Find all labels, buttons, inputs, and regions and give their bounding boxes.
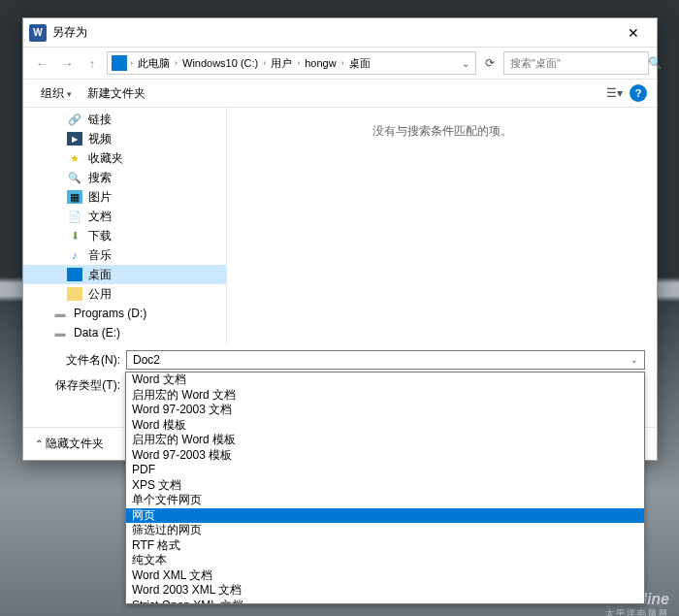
- up-button[interactable]: ↑: [81, 52, 103, 74]
- search-box[interactable]: 🔍: [503, 51, 649, 75]
- filetype-option[interactable]: 筛选过的网页: [126, 523, 644, 538]
- tree-item-doc[interactable]: 📄文档: [23, 207, 226, 226]
- tree-item-search[interactable]: 🔍搜索: [23, 168, 226, 187]
- filetype-option[interactable]: 启用宏的 Word 模板: [126, 433, 644, 448]
- pc-icon: [112, 55, 127, 71]
- filetype-option[interactable]: Word XML 文档: [126, 568, 644, 584]
- forward-button[interactable]: →: [56, 52, 78, 74]
- tree-item-label: 视频: [88, 131, 112, 147]
- chevron-right-icon: ›: [340, 58, 345, 68]
- chevron-right-icon: ›: [174, 58, 178, 68]
- view-options-icon[interactable]: ☰▾: [606, 86, 620, 100]
- tree-item-drive[interactable]: ▬Programs (D:): [23, 304, 226, 323]
- filetype-option[interactable]: Word 2003 XML 文档: [126, 583, 644, 599]
- filetype-label: 保存类型(T):: [35, 377, 126, 394]
- folder-tree[interactable]: 🔗链接▶视频★收藏夹🔍搜索▦图片📄文档⬇下载♪音乐桌面公用▬Programs (…: [23, 108, 227, 344]
- filetype-option[interactable]: Word 模板: [126, 418, 644, 434]
- desktop-icon: [67, 268, 82, 281]
- breadcrumb-segment[interactable]: 此电脑: [136, 56, 172, 71]
- tree-item-label: 收藏夹: [88, 150, 123, 167]
- fav-icon: ★: [67, 151, 82, 165]
- filetype-option[interactable]: Word 97-2003 文档: [126, 403, 644, 418]
- tree-item-label: 公用: [88, 286, 112, 303]
- filetype-option[interactable]: PDF: [126, 463, 644, 478]
- dl-icon: ⬇: [67, 229, 82, 243]
- tree-item-label: 桌面: [88, 267, 112, 283]
- filetype-option[interactable]: 纯文本: [126, 553, 644, 568]
- empty-message: 没有与搜索条件匹配的项。: [372, 123, 512, 140]
- titlebar: W 另存为 ✕: [23, 18, 657, 48]
- doc-icon: 📄: [67, 210, 82, 223]
- tree-item-video[interactable]: ▶视频: [23, 129, 226, 148]
- folder-icon: [67, 287, 82, 301]
- tree-item-folder[interactable]: 公用: [23, 284, 226, 304]
- toolbar: 组织 新建文件夹 ☰▾ ?: [23, 79, 657, 108]
- filetype-option[interactable]: Word 文档: [126, 373, 644, 388]
- search-icon[interactable]: 🔍: [648, 56, 663, 70]
- chevron-down-icon[interactable]: ⌄: [630, 355, 638, 365]
- help-icon[interactable]: ?: [630, 84, 647, 102]
- filetype-option[interactable]: RTF 格式: [126, 538, 644, 554]
- tree-item-label: 文档: [88, 209, 112, 225]
- tree-item-label: 搜索: [88, 170, 112, 186]
- watermark-sub: 太平洋电脑网: [605, 607, 669, 616]
- navigation-bar: ← → ↑ › 此电脑 › Windows10 (C:) › 用户 › hong…: [23, 48, 657, 79]
- chevron-right-icon: ›: [129, 58, 134, 68]
- filetype-option[interactable]: XPS 文档: [126, 478, 644, 494]
- breadcrumb-segment[interactable]: 用户: [269, 56, 294, 71]
- tree-item-label: 下载: [88, 228, 112, 244]
- tree-item-label: 音乐: [88, 247, 112, 264]
- tree-item-desktop[interactable]: 桌面: [23, 265, 226, 284]
- filename-value: Doc2: [133, 353, 160, 367]
- drive-icon: ▬: [52, 307, 68, 320]
- dialog-title: 另存为: [52, 24, 616, 41]
- file-list-pane: 没有与搜索条件匹配的项。: [227, 108, 657, 344]
- tree-item-pic[interactable]: ▦图片: [23, 187, 226, 207]
- word-app-icon: W: [29, 24, 47, 42]
- filetype-option[interactable]: Strict Open XML 文档: [126, 599, 644, 605]
- filetype-option[interactable]: 单个文件网页: [126, 493, 644, 508]
- tree-item-link[interactable]: 🔗链接: [23, 110, 226, 129]
- search-icon: 🔍: [67, 171, 82, 184]
- breadcrumb-segment[interactable]: Windows10 (C:): [180, 57, 260, 69]
- close-button[interactable]: ✕: [616, 19, 651, 47]
- organize-button[interactable]: 组织: [33, 81, 80, 106]
- content-area: 🔗链接▶视频★收藏夹🔍搜索▦图片📄文档⬇下载♪音乐桌面公用▬Programs (…: [23, 108, 657, 344]
- filetype-option[interactable]: 网页: [126, 508, 644, 524]
- tree-item-label: Data (E:): [74, 326, 120, 340]
- breadcrumb[interactable]: › 此电脑 › Windows10 (C:) › 用户 › hongw › 桌面…: [107, 51, 476, 75]
- drive-icon: ▬: [52, 326, 68, 340]
- chevron-right-icon: ›: [262, 58, 267, 68]
- filename-input[interactable]: Doc2 ⌄: [126, 350, 645, 370]
- back-button[interactable]: ←: [31, 52, 52, 74]
- chevron-down-icon[interactable]: ⌄: [460, 58, 471, 69]
- tree-item-dl[interactable]: ⬇下载: [23, 226, 226, 245]
- filetype-dropdown-list[interactable]: Word 文档启用宏的 Word 文档Word 97-2003 文档Word 模…: [125, 372, 645, 604]
- tree-item-label: 链接: [88, 112, 112, 128]
- search-input[interactable]: [510, 57, 644, 69]
- tree-item-fav[interactable]: ★收藏夹: [23, 148, 226, 168]
- breadcrumb-segment[interactable]: hongw: [303, 57, 338, 69]
- video-icon: ▶: [67, 132, 82, 146]
- hide-folders-button[interactable]: 隐藏文件夹: [35, 436, 104, 452]
- new-folder-button[interactable]: 新建文件夹: [80, 81, 153, 106]
- link-icon: 🔗: [67, 113, 82, 126]
- tree-item-label: Programs (D:): [74, 307, 146, 320]
- music-icon: ♪: [67, 248, 82, 262]
- tree-item-drive[interactable]: ▬Data (E:): [23, 323, 226, 342]
- breadcrumb-segment[interactable]: 桌面: [347, 56, 372, 71]
- tree-item-label: 图片: [88, 189, 112, 206]
- filetype-option[interactable]: 启用宏的 Word 文档: [126, 388, 644, 404]
- tree-item-music[interactable]: ♪音乐: [23, 245, 226, 265]
- filename-label: 文件名(N):: [35, 352, 126, 369]
- pic-icon: ▦: [67, 190, 82, 204]
- filetype-option[interactable]: Word 97-2003 模板: [126, 448, 644, 464]
- chevron-right-icon: ›: [296, 58, 301, 68]
- refresh-button[interactable]: ⟳: [480, 53, 500, 73]
